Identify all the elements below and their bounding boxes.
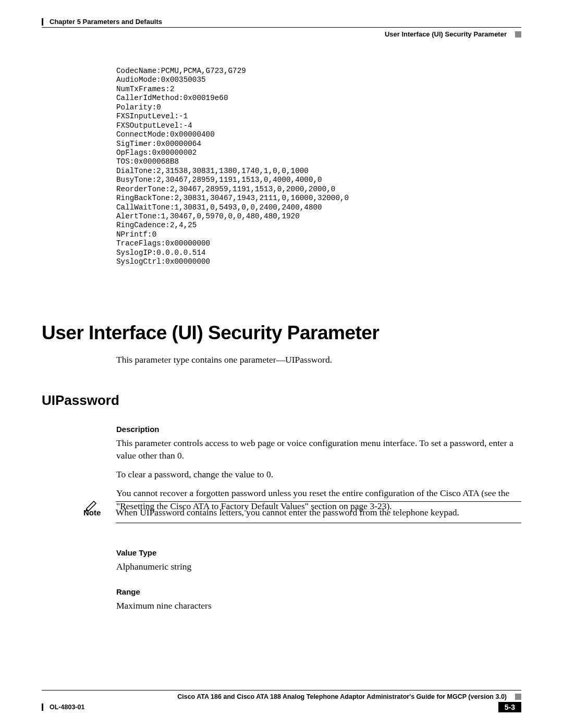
footer-title: Cisco ATA 186 and Cisco ATA 188 Analog T… bbox=[177, 693, 507, 700]
section-heading-h2: UIPassword bbox=[42, 392, 119, 409]
header-rule bbox=[42, 27, 521, 28]
config-code-block: CodecName:PCMU,PCMA,G723,G729 AudioMode:… bbox=[116, 67, 349, 267]
range-text: Maximum nine characters bbox=[116, 599, 521, 612]
note-rule-top bbox=[116, 501, 521, 502]
value-type-section: Value Type Alphanumeric string bbox=[116, 548, 521, 579]
note-rule-bottom bbox=[116, 523, 521, 523]
range-label: Range bbox=[116, 587, 521, 596]
range-section: Range Maximum nine characters bbox=[116, 587, 521, 618]
footer-doc-id: OL-4803-01 bbox=[50, 704, 84, 711]
footer-marker-icon bbox=[515, 694, 521, 700]
description-p1: This parameter controls access to web pa… bbox=[116, 437, 521, 462]
header-bar-icon bbox=[42, 18, 43, 26]
breadcrumb: User Interface (UI) Security Parameter bbox=[385, 30, 507, 38]
description-label: Description bbox=[116, 425, 521, 434]
description-p2: To clear a password, change the value to… bbox=[116, 468, 521, 480]
page-footer: Cisco ATA 186 and Cisco ATA 188 Analog T… bbox=[42, 690, 521, 712]
section-intro-text: This parameter type contains one paramet… bbox=[116, 354, 332, 365]
note-block: Note When UIPassword contains letters, y… bbox=[83, 501, 521, 523]
header-marker-icon bbox=[515, 31, 521, 38]
page-number-badge: 5-3 bbox=[498, 702, 521, 712]
footer-rule bbox=[42, 690, 521, 690]
note-text: When UIPassword contains letters, you ca… bbox=[116, 506, 459, 519]
value-type-text: Alphanumeric string bbox=[116, 560, 521, 573]
value-type-label: Value Type bbox=[116, 548, 521, 557]
pencil-icon bbox=[85, 500, 99, 513]
chapter-label: Chapter 5 Parameters and Defaults bbox=[50, 18, 162, 26]
page-header: Chapter 5 Parameters and Defaults User I… bbox=[42, 18, 521, 38]
footer-bar-icon bbox=[42, 704, 43, 711]
section-heading-h1: User Interface (UI) Security Parameter bbox=[42, 322, 379, 344]
